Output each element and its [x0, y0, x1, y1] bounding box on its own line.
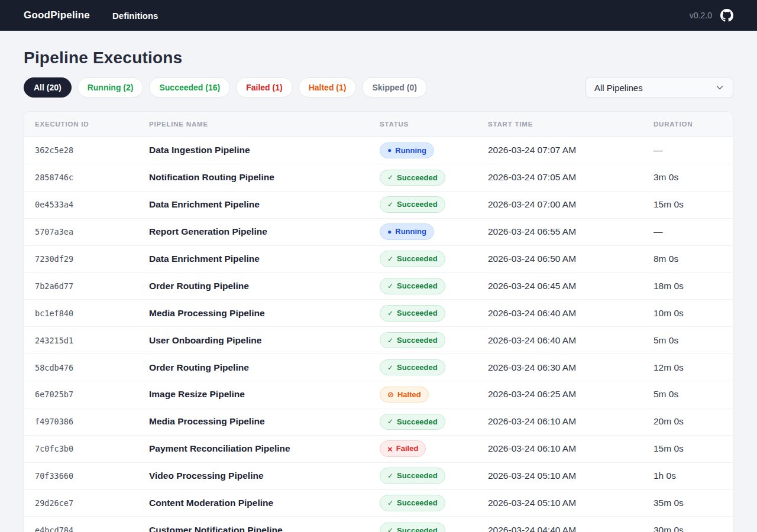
status-badge: ✓ Succeeded [380, 332, 445, 349]
table-row[interactable]: 58cdb476 Order Routing Pipeline ✓ Succee… [24, 354, 733, 381]
status-badge: ✓ Succeeded [380, 251, 445, 267]
pipeline-name-cell: Image Resize Pipeline [149, 389, 380, 400]
table-row[interactable]: 0e4533a4 Data Enrichment Pipeline ✓ Succ… [24, 192, 733, 219]
page-title: Pipeline Executions [24, 48, 733, 67]
status-icon: ✓ [387, 418, 393, 425]
start-time-cell: 2026-03-24 05:10 AM [488, 498, 654, 508]
status-badge-label: Succeeded [397, 335, 438, 346]
start-time-cell: 2026-03-24 06:45 AM [488, 281, 654, 291]
status-icon: ✓ [387, 310, 393, 317]
status-icon: ✓ [387, 527, 393, 532]
execution-id-cell: 29d26ce7 [24, 498, 149, 508]
column-header-execution-id: Execution ID [24, 121, 149, 128]
duration-cell: 3m 0s [654, 172, 733, 183]
duration-cell: 35m 0s [654, 498, 733, 508]
version-label: v0.2.0 [690, 11, 712, 20]
status-badge-label: Succeeded [397, 308, 438, 319]
table-row[interactable]: 362c5e28 Data Ingestion Pipeline ● Runni… [24, 137, 733, 164]
status-icon: ✓ [387, 174, 393, 181]
status-badge: × Failed [380, 440, 426, 457]
table-row[interactable]: 2858746c Notification Routing Pipeline ✓… [24, 164, 733, 192]
status-badge-label: Running [395, 226, 426, 237]
table-row[interactable]: e4bcd784 Customer Notification Pipeline … [24, 517, 733, 532]
pipeline-name-cell: Content Moderation Pipeline [149, 498, 380, 508]
pipeline-name-cell: Media Processing Pipeline [149, 416, 380, 427]
status-icon: ✓ [387, 283, 393, 290]
status-badge: ✓ Succeeded [380, 196, 445, 213]
pipeline-name-cell: Data Enrichment Pipeline [149, 199, 380, 210]
status-badge-label: Succeeded [397, 471, 438, 481]
chevron-down-icon [715, 83, 724, 92]
execution-id-cell: 58cdb476 [24, 363, 149, 372]
start-time-cell: 2026-03-24 05:10 AM [488, 471, 654, 481]
status-icon: ✓ [387, 201, 393, 208]
execution-id-cell: 362c5e28 [24, 145, 149, 155]
execution-id-cell: 70f33660 [24, 471, 149, 481]
top-nav: GoodPipeline Definitions v0.2.0 [0, 0, 757, 31]
status-badge-label: Failed [396, 443, 419, 454]
status-icon: ✓ [387, 337, 393, 344]
table-row[interactable]: 243215d1 User Onboarding Pipeline ✓ Succ… [24, 327, 733, 354]
filter-chip-skipped[interactable]: Skipped (0) [362, 77, 426, 98]
start-time-cell: 2026-03-24 07:00 AM [488, 199, 654, 210]
pipeline-name-cell: Video Processing Pipeline [149, 471, 380, 481]
filter-chip-all[interactable]: All (20) [24, 77, 72, 98]
table-row[interactable]: 7230df29 Data Enrichment Pipeline ✓ Succ… [24, 246, 733, 273]
start-time-cell: 2026-03-24 06:30 AM [488, 362, 654, 373]
table-row[interactable]: 7b2a6d77 Order Routing Pipeline ✓ Succee… [24, 273, 733, 300]
duration-cell: — [654, 145, 733, 155]
status-badge: ✓ Succeeded [380, 305, 445, 322]
nav-link-definitions[interactable]: Definitions [112, 11, 158, 21]
table-row[interactable]: 29d26ce7 Content Moderation Pipeline ✓ S… [24, 490, 733, 517]
status-badge-label: Succeeded [397, 173, 438, 183]
table-row[interactable]: 7c0fc3b0 Payment Reconciliation Pipeline… [24, 436, 733, 463]
table-row[interactable]: 5707a3ea Report Generation Pipeline ● Ru… [24, 219, 733, 246]
duration-cell: 20m 0s [654, 416, 733, 427]
execution-id-cell: 5707a3ea [24, 227, 149, 236]
table-row[interactable]: bc1ef840 Media Processing Pipeline ✓ Suc… [24, 300, 733, 327]
table-header-row: Execution ID Pipeline Name Status Start … [24, 112, 733, 137]
filter-chip-failed[interactable]: Failed (1) [236, 77, 292, 98]
status-badge: ✓ Succeeded [380, 495, 445, 511]
status-icon: ✓ [387, 364, 393, 371]
execution-id-cell: 7b2a6d77 [24, 281, 149, 291]
pipeline-name-cell: Customer Notification Pipeline [149, 525, 380, 532]
start-time-cell: 2026-03-24 06:10 AM [488, 416, 654, 427]
pipeline-name-cell: Order Routing Pipeline [149, 281, 380, 291]
start-time-cell: 2026-03-24 06:50 AM [488, 254, 654, 264]
status-badge-label: Succeeded [397, 525, 438, 532]
table-row[interactable]: 6e7025b7 Image Resize Pipeline ⊘ Halted … [24, 381, 733, 408]
start-time-cell: 2026-03-24 06:25 AM [488, 389, 654, 400]
pipeline-name-cell: Order Routing Pipeline [149, 362, 380, 373]
table-row[interactable]: 70f33660 Video Processing Pipeline ✓ Suc… [24, 463, 733, 490]
start-time-cell: 2026-03-24 07:05 AM [488, 172, 654, 183]
filter-chip-running[interactable]: Running (2) [77, 77, 144, 98]
status-badge: ✓ Succeeded [380, 414, 445, 430]
status-icon: × [387, 445, 393, 453]
github-icon[interactable] [720, 9, 733, 22]
brand-logo[interactable]: GoodPipeline [24, 9, 90, 21]
nav-right: v0.2.0 [690, 9, 733, 22]
status-icon: ⊘ [387, 391, 394, 398]
pipeline-name-cell: Payment Reconciliation Pipeline [149, 443, 380, 454]
column-header-duration: Duration [654, 121, 733, 128]
executions-table: Execution ID Pipeline Name Status Start … [24, 111, 733, 532]
column-header-start-time: Start Time [488, 121, 654, 128]
duration-cell: 18m 0s [654, 281, 733, 291]
status-icon: ● [387, 228, 392, 235]
filter-chip-succeeded[interactable]: Succeeded (16) [149, 77, 230, 98]
status-filter-chips: All (20) Running (2) Succeeded (16) Fail… [24, 77, 427, 98]
column-header-pipeline-name: Pipeline Name [149, 121, 380, 128]
table-row[interactable]: f4970386 Media Processing Pipeline ✓ Suc… [24, 408, 733, 436]
execution-id-cell: 243215d1 [24, 336, 149, 345]
filter-chip-halted[interactable]: Halted (1) [299, 77, 357, 98]
duration-cell: 12m 0s [654, 362, 733, 373]
status-badge: ✓ Succeeded [380, 359, 445, 376]
duration-cell: 5m 0s [654, 335, 733, 346]
status-badge: ● Running [380, 223, 434, 240]
table-body: 362c5e28 Data Ingestion Pipeline ● Runni… [24, 137, 733, 532]
execution-id-cell: 6e7025b7 [24, 390, 149, 399]
start-time-cell: 2026-03-24 06:40 AM [488, 308, 654, 319]
execution-id-cell: 0e4533a4 [24, 200, 149, 209]
pipeline-filter-select[interactable]: All Pipelines [585, 77, 733, 98]
